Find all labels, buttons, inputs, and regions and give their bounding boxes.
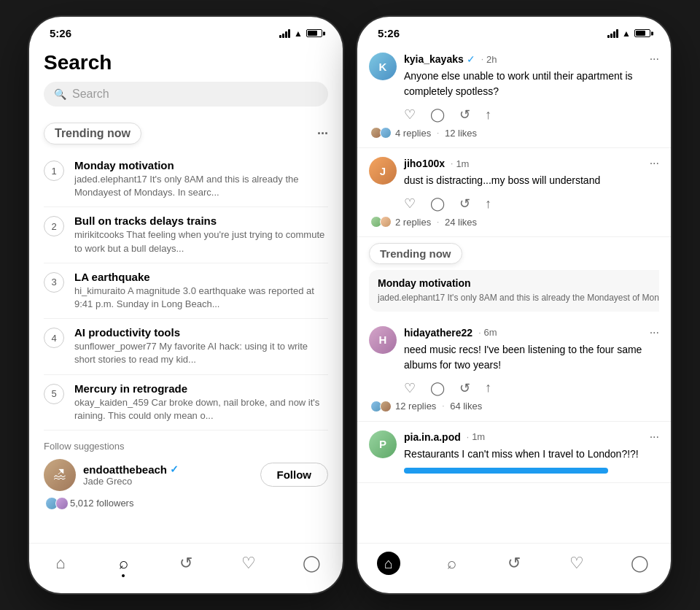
nav-profile-2[interactable]: ◯ [621, 551, 658, 576]
feed-card-title-1: Monday motivation [378, 277, 659, 289]
follow-user-info: 🏖 endoatthebeach ✓ Jade Greco [44, 459, 179, 491]
tweet-actions-1: ♡ ◯ ↺ ↑ [404, 107, 659, 123]
search-input[interactable]: Search [72, 88, 109, 101]
search-input-wrap[interactable]: 🔍 Search [44, 82, 328, 107]
stat-avatar-b [380, 127, 392, 139]
profile-icon: ◯ [303, 554, 321, 573]
tweet-username-wrap-3: hidayathere22 · 6m [404, 327, 497, 339]
like-action-2[interactable]: ♡ [404, 196, 416, 212]
tweet-more-2[interactable]: ··· [650, 157, 659, 170]
tweet-time-sep-4: · [467, 432, 469, 442]
trending-list: 1 Monday motivation jaded.elephant17 It'… [44, 152, 328, 431]
share-action-3[interactable]: ↑ [485, 380, 491, 395]
retweet-action-3[interactable]: ↺ [459, 380, 470, 396]
tweet-more-1[interactable]: ··· [650, 53, 659, 66]
tweet-replies-2: 2 replies [395, 217, 431, 228]
profile-icon-2: ◯ [631, 554, 649, 573]
stat-avatar-d [380, 216, 392, 228]
avatar: 🏖 [44, 459, 76, 491]
tweet-more-3[interactable]: ··· [650, 326, 659, 339]
avatar-jiho: J [369, 157, 397, 185]
feed-trending-label: Trending now [369, 243, 462, 264]
tweet-meta-3: hidayathere22 · 6m ··· need music recs! … [404, 326, 659, 396]
nav-post[interactable]: ↺ [168, 551, 204, 576]
trending-item-2[interactable]: 2 Bull on tracks delays trains mirikitco… [44, 207, 328, 263]
search-nav-icon: ⌕ [119, 554, 128, 573]
tweet-likes-2: 24 likes [445, 217, 477, 228]
signal-icon-2 [607, 29, 618, 38]
stat-avatars-3 [370, 401, 389, 412]
search-icon-2: ⌕ [447, 554, 456, 573]
tweet-body-3: need music recs! I've been listening to … [404, 342, 659, 373]
trending-topic-2: Bull on tracks delays trains [74, 215, 328, 227]
nav-home-2[interactable]: ⌂ [370, 551, 407, 576]
nav-likes[interactable]: ♡ [230, 551, 267, 576]
nav-home[interactable]: ⌂ [42, 551, 79, 576]
tweet-username-wrap-4: pia.in.a.pod · 1m [404, 431, 485, 443]
like-action-3[interactable]: ♡ [404, 380, 416, 396]
battery-icon [306, 29, 322, 37]
feed-trending-cards: Monday motivation jaded.elephant17 It's … [369, 270, 659, 312]
nav-post-2[interactable]: ↺ [496, 551, 532, 576]
tweet-more-4[interactable]: ··· [650, 431, 659, 444]
tweet-stats-3: 12 replies · 64 likes [369, 401, 659, 412]
tweet-time-4: 1m [472, 431, 485, 442]
avatar-hidaya: H [369, 326, 397, 354]
verified-badge: ✓ [170, 463, 179, 475]
wifi-icon-2: ▲ [622, 28, 631, 39]
trending-rank-4: 4 [44, 328, 64, 348]
trending-topic-3: LA earthquake [74, 271, 328, 283]
tweet-3: H hidayathere22 · 6m ··· need music recs… [357, 317, 671, 422]
post-icon: ↺ [179, 554, 192, 573]
trending-item-3[interactable]: 3 LA earthquake hi_kimuraito A magnitude… [44, 263, 328, 319]
share-action-1[interactable]: ↑ [485, 107, 491, 123]
phone-feed: 5:26 ▲ K kyia_kayaks [357, 17, 671, 593]
tweet-likes-1: 12 likes [445, 128, 477, 139]
reply-action-2[interactable]: ◯ [430, 196, 445, 212]
home-icon-2: ⌂ [377, 552, 400, 575]
reply-action-1[interactable]: ◯ [430, 107, 445, 123]
follow-display-name: Jade Greco [83, 476, 179, 487]
trending-topic-5: Mercury in retrograde [74, 382, 328, 395]
retweet-action-2[interactable]: ↺ [459, 196, 470, 212]
like-action-1[interactable]: ♡ [404, 107, 416, 123]
tweet-header-3: H hidayathere22 · 6m ··· need music recs… [369, 326, 659, 396]
search-screen: Search 🔍 Search Trending now ··· 1 Monda… [29, 44, 343, 593]
heart-icon-2: ♡ [569, 554, 584, 573]
nav-profile[interactable]: ◯ [293, 551, 330, 576]
trending-item-1[interactable]: 1 Monday motivation jaded.elephant17 It'… [44, 152, 328, 207]
follow-button[interactable]: Follow [260, 463, 329, 487]
trending-preview-5: okay_kaiden_459 Car broke down, nail bro… [74, 396, 328, 422]
nav-search-2[interactable]: ⌕ [433, 551, 470, 576]
avatar-kyia: K [369, 53, 397, 80]
follow-section-title: Follow suggestions [44, 441, 328, 452]
trending-content-2: Bull on tracks delays trains mirikitcook… [74, 215, 328, 255]
share-action-2[interactable]: ↑ [485, 196, 491, 212]
search-icon: 🔍 [54, 88, 66, 100]
feed-trending-card-1[interactable]: Monday motivation jaded.elephant17 It's … [369, 270, 659, 312]
trending-content-4: AI productivity tools sunflower_power77 … [74, 326, 328, 366]
stat-avatar-f [380, 401, 392, 412]
tweet-time-1: 2h [486, 54, 497, 65]
trending-more-button[interactable]: ··· [317, 126, 328, 142]
retweet-action-1[interactable]: ↺ [459, 107, 470, 123]
tweet-username-3: hidayathere22 [404, 327, 472, 339]
tweet-replies-1: 4 replies [395, 128, 431, 139]
status-time-2: 5:26 [378, 27, 400, 39]
stat-avatars-2 [370, 216, 389, 228]
trending-item-5[interactable]: 5 Mercury in retrograde okay_kaiden_459 … [44, 375, 328, 431]
stat-dot-1: · [437, 129, 439, 137]
post-icon-2: ↺ [508, 554, 521, 573]
status-icons-1: ▲ [279, 28, 322, 39]
trending-item-4[interactable]: 4 AI productivity tools sunflower_power7… [44, 319, 328, 374]
tweet-time-sep-3: · [478, 328, 481, 338]
reply-action-3[interactable]: ◯ [430, 380, 445, 396]
tweet-stats-2: 2 replies · 24 likes [369, 216, 659, 228]
nav-likes-2[interactable]: ♡ [559, 551, 595, 576]
nav-search[interactable]: ⌕ [105, 551, 141, 576]
tweet-body-4: Restaurants I can't miss when I travel t… [404, 447, 659, 462]
stat-dot-2: · [437, 218, 439, 226]
status-bar-1: 5:26 ▲ [29, 17, 343, 44]
trending-topic-1: Monday motivation [74, 159, 328, 171]
tweet-meta-1: kyia_kayaks ✓ · 2h ··· Anyone else unabl… [404, 53, 659, 123]
